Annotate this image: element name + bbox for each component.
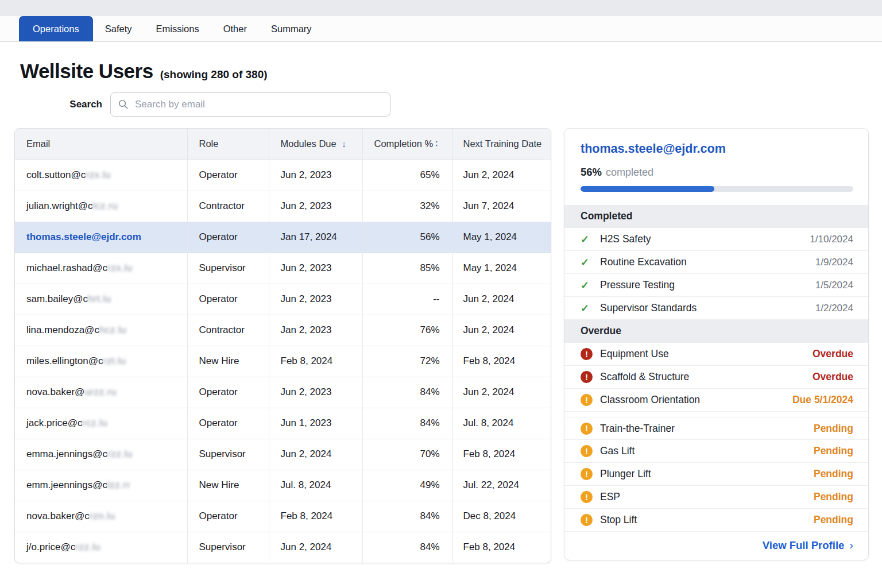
table-row[interactable]: michael.rashad@crzx.lu Supervisor Jun 2,… xyxy=(15,253,551,284)
column-header-email[interactable]: Email xyxy=(15,129,187,160)
tab-summary[interactable]: Summary xyxy=(259,16,324,41)
completion-percent: 70% xyxy=(362,439,452,470)
next-training-date: Feb 8, 2024 xyxy=(452,439,551,470)
warning-icon: ! xyxy=(581,445,593,457)
modules-due-date: Jan 17, 2024 xyxy=(269,222,362,253)
table-row[interactable]: colt.sutton@crzx.lu Operator Jun 2, 2023… xyxy=(15,160,551,191)
table-row[interactable]: emm.jeennings@clzz.rr New Hire Jul. 8, 2… xyxy=(15,470,551,501)
module-name: Stop Lift xyxy=(600,514,814,526)
table-row[interactable]: j/o.price@crzz.lu Supervisor Jun 2, 2024… xyxy=(15,532,551,563)
warning-icon: ! xyxy=(581,514,593,526)
module-status: Overdue xyxy=(813,371,853,383)
user-role: Operator xyxy=(187,284,269,315)
modules-due-date: Feb 8, 2024 xyxy=(269,501,362,532)
module-name: Pressure Testing xyxy=(600,279,815,291)
user-detail-panel: thomas.steele@ejdr.com 56%completed Comp… xyxy=(564,128,869,560)
search-row: Search xyxy=(0,92,882,117)
overdue-module-row: ! Plunger Lift Pending xyxy=(564,463,868,486)
view-full-profile-link[interactable]: View Full Profile› xyxy=(763,539,853,552)
module-date: 1/5/2024 xyxy=(815,280,853,291)
module-name: ESP xyxy=(600,491,814,503)
search-box xyxy=(110,92,390,117)
progress-bar xyxy=(581,186,853,192)
modules-due-date: Feb 8, 2024 xyxy=(269,346,362,377)
next-training-date: Jun 2, 2024 xyxy=(452,284,551,315)
tab-other[interactable]: Other xyxy=(211,16,259,41)
column-header-role[interactable]: Role xyxy=(187,129,269,160)
detail-email-link[interactable]: thomas.steele@ejdr.com xyxy=(581,142,726,156)
module-date: 1/9/2024 xyxy=(815,257,853,268)
redacted-email-domain: rzz.lu xyxy=(75,541,100,552)
user-role: Contractor xyxy=(187,315,269,346)
completion-percent: 84% xyxy=(362,408,452,439)
module-name: H2S Safety xyxy=(600,233,810,245)
completion-percent: 65% xyxy=(362,160,452,191)
sort-desc-icon: ↓ xyxy=(342,139,346,149)
tab-operations[interactable]: Operations xyxy=(19,16,93,41)
user-role: Supervisor xyxy=(187,532,269,563)
page-title: Wellsite Users xyxy=(20,60,153,83)
tab-safety[interactable]: Safety xyxy=(93,16,144,41)
user-email: j/o.price@c xyxy=(26,541,75,552)
overdue-module-row: ! Gas Lift Pending xyxy=(564,440,868,463)
module-name: Routine Excavation xyxy=(600,256,815,268)
table-row[interactable]: nova.baker@crzn.lu Operator Feb 8, 2024 … xyxy=(15,501,551,532)
table-row[interactable]: lina.mendoza@chcz.lu Contractor Jan 2, 2… xyxy=(15,315,551,346)
modules-due-date: Jun 2, 2023 xyxy=(269,377,362,408)
redacted-email-domain: rzx.lu xyxy=(86,169,111,180)
tab-emissions[interactable]: Emissions xyxy=(144,16,211,41)
overdue-module-row: ! Scaffold & Structure Overdue xyxy=(564,366,868,389)
user-email: jack.price@c xyxy=(26,417,83,428)
user-email: nova.baker@ xyxy=(26,386,84,397)
next-training-date: Jul. 22, 2024 xyxy=(452,470,551,501)
window-chrome-strip xyxy=(0,0,882,16)
modules-due-date: Jun 2, 2023 xyxy=(269,160,362,191)
check-icon: ✓ xyxy=(581,256,594,269)
chevron-right-icon: › xyxy=(849,539,853,551)
overdue-module-row: ! ESP Pending xyxy=(564,486,868,509)
table-row-selected[interactable]: thomas.steele@ejdr.com Operator Jan 17, … xyxy=(15,222,551,253)
next-training-date: Feb 8, 2024 xyxy=(452,532,551,563)
column-header-completion[interactable]: Completion %∶ xyxy=(362,129,452,160)
redacted-email-domain: rzx.lu xyxy=(107,262,133,273)
module-status: Pending xyxy=(814,468,853,480)
module-date: 1/2/2024 xyxy=(815,303,853,314)
tab-bar: Operations Safety Emissions Other Summar… xyxy=(0,16,882,42)
sort-icon: ∶ xyxy=(435,139,438,149)
table-row[interactable]: jack.price@crcz.lu Operator Jun 1, 2023 … xyxy=(15,408,551,439)
module-name: Equipment Use xyxy=(600,348,813,360)
user-role: New Hire xyxy=(187,470,269,501)
table-header-row: Email Role Modules Due↓ Completion %∶ Ne… xyxy=(15,129,551,160)
warning-icon: ! xyxy=(581,468,593,480)
user-role: New Hire xyxy=(187,346,269,377)
completion-percent-suffix: completed xyxy=(606,167,653,178)
module-date: 1/10/2024 xyxy=(810,234,853,245)
module-name: Plunger Lift xyxy=(600,468,814,480)
table-row[interactable]: sam.bailey@chrt.lu Operator Jun 2, 2023 … xyxy=(15,284,551,315)
redacted-email-domain: rzn.lu xyxy=(90,510,115,521)
modules-due-date: Jul. 8, 2024 xyxy=(269,470,362,501)
table-row[interactable]: julian.wright@clcz.ru Contractor Jun 2, … xyxy=(15,191,551,222)
modules-due-date: Jun 1, 2023 xyxy=(269,408,362,439)
user-role: Supervisor xyxy=(187,253,269,284)
completion-percent: 84% xyxy=(362,377,452,408)
completion-percent: 72% xyxy=(362,346,452,377)
user-email: colt.sutton@c xyxy=(26,169,86,180)
completed-module-row: ✓ Routine Excavation 1/9/2024 xyxy=(564,251,868,274)
modules-due-date: Jun 2, 2023 xyxy=(269,253,362,284)
table-row[interactable]: miles.ellington@crzt.lu New Hire Feb 8, … xyxy=(15,346,551,377)
user-email: julian.wright@c xyxy=(26,200,93,211)
table-row[interactable]: emma.jennings@crzz.lu Supervisor Jun 2, … xyxy=(15,439,551,470)
search-input[interactable] xyxy=(110,92,390,117)
column-header-modules-due[interactable]: Modules Due↓ xyxy=(269,129,362,160)
user-email: lina.mendoza@c xyxy=(26,324,99,335)
redacted-email-domain: rzt.lu xyxy=(103,355,126,366)
table-row[interactable]: nova.baker@urzz.ru Operator Jun 2, 2023 … xyxy=(15,377,551,408)
module-status: Overdue xyxy=(813,348,853,360)
module-status: Pending xyxy=(814,491,853,503)
next-training-date: May 1, 2024 xyxy=(452,222,551,253)
module-name: Train-the-Trainer xyxy=(600,423,814,435)
overdue-section-header: Overdue xyxy=(564,320,868,343)
column-header-next-training[interactable]: Next Training Date xyxy=(452,129,551,160)
redacted-email-domain: hrt.lu xyxy=(88,293,111,304)
